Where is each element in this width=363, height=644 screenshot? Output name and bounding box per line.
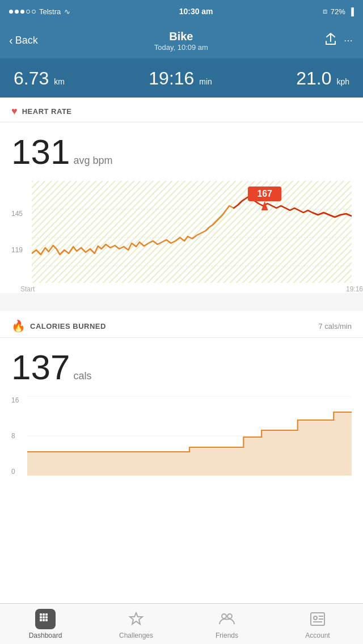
calories-value: 137 [11, 347, 70, 387]
challenges-label: Challenges [119, 632, 153, 639]
back-button[interactable]: ‹ Back [9, 34, 38, 47]
signal-dots [9, 10, 36, 14]
dot1 [9, 10, 13, 14]
calories-chart: 16 8 0 [11, 396, 352, 487]
y-label-119: 119 [11, 246, 32, 254]
cal-y-8: 8 [11, 432, 27, 440]
challenges-icon [126, 609, 146, 629]
account-label: Account [305, 632, 330, 639]
cal-y-labels: 16 8 0 [11, 396, 27, 476]
carrier-label: Telstra [39, 7, 61, 16]
dot4 [26, 10, 30, 14]
stats-bar: 6.73 km 19:16 min 21.0 kph [0, 59, 363, 98]
page-title: Bike [154, 30, 208, 43]
nav-bar: ‹ Back Bike Today, 10:09 am ⋯ [0, 23, 363, 59]
main-content: ♥ HEART RATE 131 avg bpm 145 119 [0, 98, 363, 603]
status-left: Telstra ∿ [9, 7, 70, 16]
section-divider [0, 293, 363, 311]
svg-rect-14 [40, 616, 42, 618]
svg-point-24 [314, 616, 317, 620]
dot2 [15, 10, 19, 14]
tab-account[interactable]: Account [272, 609, 363, 639]
tab-bar: Dashboard Challenges Friends [0, 603, 363, 644]
heart-rate-title: HEART RATE [22, 107, 72, 116]
dot5 [32, 10, 36, 14]
svg-rect-1 [32, 181, 352, 283]
wifi-icon: ∿ [64, 7, 70, 16]
svg-text:167: 167 [257, 189, 272, 198]
cal-chart-svg-area [27, 396, 352, 476]
distance-value: 6.73 km [14, 68, 65, 88]
friends-label: Friends [216, 632, 238, 639]
calories-value-row: 137 cals [0, 338, 363, 392]
calories-title: CALORIES BURNED [30, 322, 106, 331]
flame-icon: 🔥 [11, 319, 26, 333]
bluetooth-icon: ⧈ [322, 7, 327, 16]
back-label: Back [15, 35, 38, 46]
speed-unit: kph [336, 77, 349, 86]
heart-rate-chart: 145 119 [11, 181, 352, 283]
heart-rate-section: ♥ HEART RATE 131 avg bpm 145 119 [0, 98, 363, 293]
avg-heart-rate-value: 131 [11, 132, 70, 172]
svg-rect-12 [43, 613, 45, 616]
page-subtitle: Today, 10:09 am [154, 43, 208, 52]
duration-stat: 19:16 min [149, 68, 212, 89]
friends-icon [217, 609, 237, 629]
speed-value: 21.0 kph [296, 68, 349, 88]
duration-unit: min [199, 77, 212, 86]
tab-friends[interactable]: Friends [182, 609, 272, 639]
cal-y-0: 0 [11, 468, 27, 476]
dashboard-label: Dashboard [29, 632, 62, 639]
svg-rect-18 [43, 619, 45, 621]
svg-rect-11 [40, 613, 42, 616]
nav-actions: ⋯ [324, 32, 354, 49]
nav-title-group: Bike Today, 10:09 am [154, 30, 208, 52]
svg-rect-15 [43, 616, 45, 618]
calories-header: 🔥 CALORIES BURNED 7 cals/min [0, 311, 363, 338]
avg-heart-rate-row: 131 avg bpm [0, 122, 363, 176]
distance-unit: km [54, 77, 65, 86]
more-button[interactable]: ⋯ [344, 35, 354, 46]
y-label-145: 145 [11, 210, 32, 218]
chart-x-labels: Start 19:16 [0, 283, 363, 293]
account-icon [307, 609, 328, 629]
heart-icon: ♥ [11, 105, 18, 117]
chart-svg-area: 167 [32, 181, 352, 283]
back-chevron-icon: ‹ [9, 34, 13, 47]
calories-unit: cals [73, 370, 91, 382]
chart-y-labels: 145 119 [11, 181, 32, 283]
tab-challenges[interactable]: Challenges [91, 609, 182, 639]
svg-rect-13 [45, 613, 48, 616]
calories-section: 🔥 CALORIES BURNED 7 cals/min 137 cals 16… [0, 311, 363, 487]
duration-value: 19:16 min [149, 68, 212, 88]
svg-rect-19 [45, 619, 48, 621]
tab-dashboard[interactable]: Dashboard [0, 609, 91, 639]
status-right: ⧈ 72% ▐ [322, 7, 354, 16]
calories-rate: 7 cals/min [318, 322, 352, 331]
heart-rate-header: ♥ HEART RATE [0, 98, 363, 122]
svg-rect-16 [45, 616, 48, 618]
svg-rect-17 [40, 619, 42, 621]
distance-stat: 6.73 km [14, 68, 65, 89]
svg-point-22 [227, 614, 232, 618]
avg-heart-rate-unit: avg bpm [73, 155, 112, 167]
speed-stat: 21.0 kph [296, 68, 349, 89]
dashboard-icon [35, 609, 56, 629]
cal-y-16: 16 [11, 396, 27, 404]
share-button[interactable] [324, 32, 337, 49]
status-bar: Telstra ∿ 10:30 am ⧈ 72% ▐ [0, 0, 363, 23]
x-label-end: 19:16 [346, 285, 363, 293]
svg-marker-20 [130, 613, 142, 624]
svg-point-21 [222, 614, 226, 618]
battery-label: 72% [331, 7, 345, 16]
battery-icon: ▐ [349, 7, 354, 16]
dot3 [20, 10, 24, 14]
x-label-start: Start [20, 285, 35, 293]
status-time: 10:30 am [179, 7, 213, 16]
